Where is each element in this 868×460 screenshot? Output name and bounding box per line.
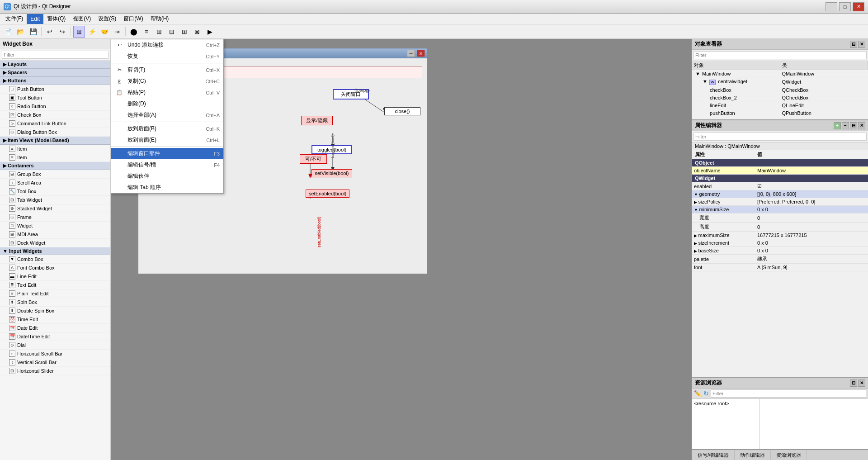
toolbar-tab-edit[interactable]: ⇥ — [111, 26, 123, 38]
prop-row-geometry[interactable]: geometry [(0, 0), 800 x 600] — [692, 190, 868, 198]
prop-name-sizeincrement[interactable]: sizeIncrement — [692, 239, 755, 247]
menu-help[interactable]: 帮助(H) — [147, 14, 173, 24]
prop-value-maximumsize[interactable]: 16777215 x 16777215 — [755, 232, 868, 239]
sidebar-item-fontcombobox[interactable]: A Font Combo Box — [0, 264, 110, 272]
sidebar-item-dialogbuttonbox[interactable]: ▭ Dialog Button Box — [0, 128, 110, 137]
menu-delete[interactable]: 删除(D) — [111, 98, 223, 109]
sidebar-item-timeedit[interactable]: ⏰ Time Edit — [0, 315, 110, 324]
sidebar-item-frame[interactable]: ▭ Frame — [0, 213, 110, 222]
prop-row-minimumsize[interactable]: minimumSize 0 x 0 — [692, 206, 868, 213]
sidebar-item-widget[interactable]: □ Widget — [0, 222, 110, 230]
section-item-views[interactable]: ▶ Item Views (Model-Based) — [0, 137, 110, 145]
sidebar-item-plaintextedit[interactable]: ≡ Plain Text Edit — [0, 289, 110, 298]
resource-edit-icon[interactable]: ✏️ — [694, 390, 702, 397]
prop-name-maximumsize[interactable]: maximumSize — [692, 232, 755, 239]
resource-filter-input[interactable] — [711, 389, 866, 398]
prop-row-palette[interactable]: palette 继承 — [692, 255, 868, 264]
toolbar-save[interactable]: 💾 — [27, 26, 39, 38]
property-editor-filter-input[interactable] — [693, 133, 867, 141]
menu-select-all[interactable]: 选择全部(A) Ctrl+A — [111, 109, 223, 121]
sidebar-item-dockwidget[interactable]: ⊟ Dock Widget — [0, 239, 110, 247]
sidebar-item-stackedwidget[interactable]: ⊕ Stacked Widget — [0, 204, 110, 213]
prop-row-basesize[interactable]: baseSize 0 x 0 — [692, 247, 868, 255]
menu-undo[interactable]: ↩ Undo 添加连接 Ctrl+Z — [111, 39, 223, 51]
resource-refresh-icon[interactable]: ↻ — [703, 390, 709, 397]
menu-copy[interactable]: ⎘ 复制(C) Ctrl+C — [111, 76, 223, 87]
menu-window[interactable]: 窗口(W) — [120, 14, 146, 24]
tree-row-checkbox[interactable]: checkBox QCheckBox — [692, 86, 868, 94]
widget-box-filter-input[interactable] — [2, 51, 108, 59]
menu-redo[interactable]: 恢复 Ctrl+Y — [111, 51, 223, 62]
sidebar-item-pushbutton[interactable]: □ Push Button — [0, 85, 110, 94]
menu-widget[interactable]: 窗体(Q) — [43, 14, 69, 24]
toolbar-buddy-edit[interactable]: 🤝 — [99, 26, 110, 38]
tab-signal-slot[interactable]: 信号/槽编辑器 — [692, 450, 735, 460]
menu-edit-buddy[interactable]: 编辑伙伴 — [111, 171, 223, 182]
object-inspector-close[interactable]: ✕ — [858, 41, 865, 48]
property-editor-close[interactable]: ✕ — [858, 122, 865, 129]
prop-row-height[interactable]: 高度 0 — [692, 223, 868, 232]
menu-paste[interactable]: 📋 粘贴(P) Ctrl+V — [111, 87, 223, 98]
tree-row-pushbutton[interactable]: pushButton QPushButton — [692, 109, 868, 117]
tab-resource-browser[interactable]: 资源浏览器 — [771, 450, 807, 460]
toolbar-new[interactable]: 📄 — [2, 26, 14, 38]
prop-name-sizepolicy[interactable]: sizePolicy — [692, 198, 755, 206]
prop-value-geometry[interactable]: [(0, 0), 800 x 600] — [755, 190, 868, 198]
toolbar-widget-edit[interactable]: ⊞ — [73, 26, 85, 38]
section-buttons[interactable]: ▶ Buttons — [0, 77, 110, 85]
menu-edit-slots[interactable]: 编辑窗口部件 F3 — [111, 148, 223, 159]
menu-bring-front[interactable]: 放到前面(E) Ctrl+L — [111, 134, 223, 146]
canvas-minimize-button[interactable]: ─ — [407, 50, 415, 57]
section-spacers[interactable]: ▶ Spacers — [0, 69, 110, 77]
sidebar-item-toolbox[interactable]: 🔧 Tool Box — [0, 187, 110, 196]
menu-view[interactable]: 视图(V) — [69, 14, 94, 24]
menu-edit-signals[interactable]: 编辑信号/槽 F4 — [111, 159, 223, 171]
prop-row-maximumsize[interactable]: maximumSize 16777215 x 16777215 — [692, 232, 868, 239]
sidebar-item-dial[interactable]: ⊙ Dial — [0, 341, 110, 350]
sidebar-item-tabwidget[interactable]: ⊟ Tab Widget — [0, 196, 110, 204]
prop-name-geometry[interactable]: geometry — [692, 190, 755, 198]
sidebar-item-doublespinbox[interactable]: ⬆ Double Spin Box — [0, 307, 110, 315]
menu-send-back[interactable]: 放到后面(B) Ctrl+K — [111, 123, 223, 134]
tree-row-mainwindow[interactable]: ▼ MainWindow QMainWindow — [692, 70, 868, 78]
prop-value-enabled[interactable]: ☑ — [755, 182, 868, 190]
toolbar-align-right[interactable]: ⊞ — [153, 26, 165, 38]
toolbar-break[interactable]: ⊠ — [191, 26, 203, 38]
menu-cut[interactable]: ✂ 剪切(T) Ctrl+X — [111, 64, 223, 76]
prop-value-objectname[interactable]: MainWindow — [755, 167, 868, 175]
prop-value-sizeincrement[interactable]: 0 x 0 — [755, 239, 868, 247]
tree-row-centralwidget[interactable]: ▼ W centralwidget QWidget — [692, 78, 868, 86]
prop-name-basesize[interactable]: baseSize — [692, 247, 755, 255]
toolbar-redo[interactable]: ↪ — [57, 26, 68, 38]
resource-browser-undock[interactable]: ⊟ — [850, 379, 857, 387]
sidebar-item-vscrollbar[interactable]: ↕ Vertical Scroll Bar — [0, 358, 110, 367]
node-enabled[interactable]: 可/不可 — [300, 154, 327, 164]
toolbar-align-center[interactable]: ≡ — [141, 26, 152, 38]
tree-row-lineedit[interactable]: lineEdit QLineEdit — [692, 102, 868, 109]
prop-value-sizepolicy[interactable]: [Preferred, Preferred, 0, 0] — [755, 198, 868, 206]
node-setvisible[interactable]: setVisible(bool) — [311, 169, 352, 177]
menu-edit[interactable]: Edit — [27, 14, 43, 24]
prop-row-width[interactable]: 宽度 0 — [692, 213, 868, 223]
section-containers[interactable]: ▶ Containers — [0, 162, 110, 170]
maximize-button[interactable]: □ — [839, 2, 851, 11]
property-editor-add[interactable]: + — [834, 122, 841, 129]
close-button[interactable]: ✕ — [853, 2, 864, 11]
section-layouts[interactable]: ▶ Layouts — [0, 61, 110, 69]
prop-value-font[interactable]: A [SimSun, 9] — [755, 264, 868, 271]
object-inspector-undock[interactable]: ⊟ — [850, 41, 857, 48]
sidebar-item-radiobutton[interactable]: ○ Radio Button — [0, 102, 110, 111]
prop-row-sizepolicy[interactable]: sizePolicy [Preferred, Preferred, 0, 0] — [692, 198, 868, 206]
prop-row-sizeincrement[interactable]: sizeIncrement 0 x 0 — [692, 239, 868, 247]
menu-file[interactable]: 文件(F) — [2, 14, 27, 24]
prop-row-objectname[interactable]: objectName MainWindow — [692, 167, 868, 175]
property-editor-remove[interactable]: − — [842, 122, 849, 129]
sidebar-item-item2[interactable]: ≡ Item — [0, 153, 110, 162]
sidebar-item-lineedit[interactable]: ▬ Line Edit — [0, 272, 110, 281]
tree-row-checkbox2[interactable]: checkBox_2 QCheckBox — [692, 94, 868, 102]
node-close-signal[interactable]: close() — [384, 107, 420, 115]
prop-value-minimumsize[interactable]: 0 x 0 — [755, 206, 868, 213]
toolbar-signal-edit[interactable]: ⚡ — [86, 26, 98, 38]
menu-edit-tab[interactable]: 编辑 Tab 顺序 — [111, 182, 223, 193]
toolbar-preview[interactable]: ▶ — [204, 26, 216, 38]
